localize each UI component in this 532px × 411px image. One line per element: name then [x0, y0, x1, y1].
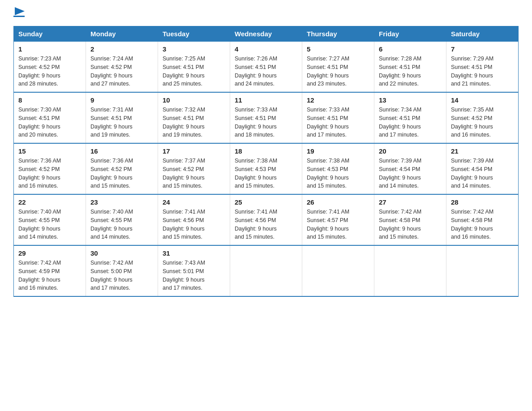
- day-number: 4: [235, 45, 297, 53]
- day-number: 17: [163, 147, 225, 155]
- calendar-day-cell: 4 Sunrise: 7:26 AMSunset: 4:51 PMDayligh…: [230, 42, 302, 93]
- calendar-day-cell: [302, 245, 374, 296]
- day-info: Sunrise: 7:41 AMSunset: 4:56 PMDaylight:…: [163, 208, 225, 241]
- day-info: Sunrise: 7:42 AMSunset: 5:00 PMDaylight:…: [90, 259, 153, 292]
- day-info: Sunrise: 7:40 AMSunset: 4:55 PMDaylight:…: [90, 208, 153, 241]
- day-info: Sunrise: 7:41 AMSunset: 4:57 PMDaylight:…: [307, 208, 369, 241]
- day-number: 20: [379, 147, 442, 155]
- day-info: Sunrise: 7:36 AMSunset: 4:52 PMDaylight:…: [18, 157, 81, 190]
- calendar-week-row: 29 Sunrise: 7:42 AMSunset: 4:59 PMDaylig…: [14, 245, 519, 296]
- day-number: 29: [18, 249, 81, 257]
- day-info: Sunrise: 7:26 AMSunset: 4:51 PMDaylight:…: [235, 55, 297, 88]
- calendar-day-cell: 23 Sunrise: 7:40 AMSunset: 4:55 PMDaylig…: [86, 194, 158, 245]
- calendar-week-row: 15 Sunrise: 7:36 AMSunset: 4:52 PMDaylig…: [14, 143, 519, 194]
- calendar-day-cell: 30 Sunrise: 7:42 AMSunset: 5:00 PMDaylig…: [86, 245, 158, 296]
- calendar-day-cell: 16 Sunrise: 7:36 AMSunset: 4:52 PMDaylig…: [86, 143, 158, 194]
- day-number: 3: [163, 45, 225, 53]
- calendar-week-row: 1 Sunrise: 7:23 AMSunset: 4:52 PMDayligh…: [14, 42, 519, 93]
- day-number: 14: [451, 96, 514, 104]
- header-friday: Friday: [374, 26, 446, 42]
- day-number: 31: [163, 249, 225, 257]
- calendar-day-cell: [230, 245, 302, 296]
- day-number: 22: [18, 198, 81, 206]
- calendar-day-cell: 6 Sunrise: 7:28 AMSunset: 4:51 PMDayligh…: [374, 42, 446, 93]
- day-info: Sunrise: 7:37 AMSunset: 4:52 PMDaylight:…: [163, 157, 225, 190]
- day-info: Sunrise: 7:39 AMSunset: 4:54 PMDaylight:…: [451, 157, 514, 190]
- day-number: 9: [90, 96, 153, 104]
- day-info: Sunrise: 7:42 AMSunset: 4:58 PMDaylight:…: [451, 208, 514, 241]
- day-info: Sunrise: 7:42 AMSunset: 4:58 PMDaylight:…: [379, 208, 442, 241]
- calendar-day-cell: 21 Sunrise: 7:39 AMSunset: 4:54 PMDaylig…: [446, 143, 519, 194]
- day-number: 12: [307, 96, 369, 104]
- page-header: [13, 9, 519, 17]
- day-number: 30: [90, 249, 153, 257]
- day-info: Sunrise: 7:36 AMSunset: 4:52 PMDaylight:…: [90, 157, 153, 190]
- day-info: Sunrise: 7:32 AMSunset: 4:51 PMDaylight:…: [163, 106, 225, 139]
- header-sunday: Sunday: [14, 26, 86, 42]
- calendar-day-cell: 7 Sunrise: 7:29 AMSunset: 4:51 PMDayligh…: [446, 42, 519, 93]
- calendar-day-cell: 10 Sunrise: 7:32 AMSunset: 4:51 PMDaylig…: [158, 92, 230, 143]
- day-info: Sunrise: 7:25 AMSunset: 4:51 PMDaylight:…: [163, 55, 225, 88]
- calendar-day-cell: 15 Sunrise: 7:36 AMSunset: 4:52 PMDaylig…: [14, 143, 86, 194]
- header-monday: Monday: [86, 26, 158, 42]
- day-number: 8: [18, 96, 81, 104]
- day-info: Sunrise: 7:40 AMSunset: 4:55 PMDaylight:…: [18, 208, 81, 241]
- day-number: 25: [235, 198, 297, 206]
- calendar-day-cell: [374, 245, 446, 296]
- day-number: 21: [451, 147, 514, 155]
- day-number: 2: [90, 45, 153, 53]
- calendar-day-cell: 26 Sunrise: 7:41 AMSunset: 4:57 PMDaylig…: [302, 194, 374, 245]
- logo: [13, 9, 25, 17]
- calendar-day-cell: 25 Sunrise: 7:41 AMSunset: 4:56 PMDaylig…: [230, 194, 302, 245]
- day-number: 26: [307, 198, 369, 206]
- calendar-day-cell: 31 Sunrise: 7:43 AMSunset: 5:01 PMDaylig…: [158, 245, 230, 296]
- calendar-table: Sunday Monday Tuesday Wednesday Thursday…: [13, 26, 519, 297]
- day-number: 15: [18, 147, 81, 155]
- day-number: 27: [379, 198, 442, 206]
- day-number: 24: [163, 198, 225, 206]
- calendar-day-cell: 19 Sunrise: 7:38 AMSunset: 4:53 PMDaylig…: [302, 143, 374, 194]
- logo-underline: [13, 16, 25, 17]
- day-number: 11: [235, 96, 297, 104]
- day-number: 5: [307, 45, 369, 53]
- day-number: 6: [379, 45, 442, 53]
- calendar-day-cell: 24 Sunrise: 7:41 AMSunset: 4:56 PMDaylig…: [158, 194, 230, 245]
- day-info: Sunrise: 7:43 AMSunset: 5:01 PMDaylight:…: [163, 259, 225, 292]
- calendar-day-cell: 27 Sunrise: 7:42 AMSunset: 4:58 PMDaylig…: [374, 194, 446, 245]
- calendar-day-cell: 14 Sunrise: 7:35 AMSunset: 4:52 PMDaylig…: [446, 92, 519, 143]
- calendar-day-cell: 9 Sunrise: 7:31 AMSunset: 4:51 PMDayligh…: [86, 92, 158, 143]
- day-info: Sunrise: 7:34 AMSunset: 4:51 PMDaylight:…: [379, 106, 442, 139]
- header-tuesday: Tuesday: [158, 26, 230, 42]
- day-info: Sunrise: 7:27 AMSunset: 4:51 PMDaylight:…: [307, 55, 369, 88]
- calendar-day-cell: [446, 245, 519, 296]
- day-info: Sunrise: 7:23 AMSunset: 4:52 PMDaylight:…: [18, 55, 81, 88]
- day-number: 19: [307, 147, 369, 155]
- calendar-day-cell: 11 Sunrise: 7:33 AMSunset: 4:51 PMDaylig…: [230, 92, 302, 143]
- day-number: 23: [90, 198, 153, 206]
- day-info: Sunrise: 7:33 AMSunset: 4:51 PMDaylight:…: [235, 106, 297, 139]
- day-info: Sunrise: 7:31 AMSunset: 4:51 PMDaylight:…: [90, 106, 153, 139]
- svg-marker-0: [15, 7, 25, 15]
- day-info: Sunrise: 7:38 AMSunset: 4:53 PMDaylight:…: [235, 157, 297, 190]
- day-number: 7: [451, 45, 514, 53]
- calendar-day-cell: 13 Sunrise: 7:34 AMSunset: 4:51 PMDaylig…: [374, 92, 446, 143]
- calendar-day-cell: 8 Sunrise: 7:30 AMSunset: 4:51 PMDayligh…: [14, 92, 86, 143]
- day-info: Sunrise: 7:29 AMSunset: 4:51 PMDaylight:…: [451, 55, 514, 88]
- day-info: Sunrise: 7:35 AMSunset: 4:52 PMDaylight:…: [451, 106, 514, 139]
- calendar-week-row: 8 Sunrise: 7:30 AMSunset: 4:51 PMDayligh…: [14, 92, 519, 143]
- calendar-day-cell: 29 Sunrise: 7:42 AMSunset: 4:59 PMDaylig…: [14, 245, 86, 296]
- calendar-day-cell: 2 Sunrise: 7:24 AMSunset: 4:52 PMDayligh…: [86, 42, 158, 93]
- weekday-header-row: Sunday Monday Tuesday Wednesday Thursday…: [14, 26, 519, 42]
- day-info: Sunrise: 7:41 AMSunset: 4:56 PMDaylight:…: [235, 208, 297, 241]
- day-number: 1: [18, 45, 81, 53]
- header-thursday: Thursday: [302, 26, 374, 42]
- day-info: Sunrise: 7:38 AMSunset: 4:53 PMDaylight:…: [307, 157, 369, 190]
- calendar-day-cell: 28 Sunrise: 7:42 AMSunset: 4:58 PMDaylig…: [446, 194, 519, 245]
- calendar-day-cell: 22 Sunrise: 7:40 AMSunset: 4:55 PMDaylig…: [14, 194, 86, 245]
- day-info: Sunrise: 7:28 AMSunset: 4:51 PMDaylight:…: [379, 55, 442, 88]
- day-info: Sunrise: 7:24 AMSunset: 4:52 PMDaylight:…: [90, 55, 153, 88]
- calendar-day-cell: 12 Sunrise: 7:33 AMSunset: 4:51 PMDaylig…: [302, 92, 374, 143]
- day-number: 13: [379, 96, 442, 104]
- calendar-day-cell: 18 Sunrise: 7:38 AMSunset: 4:53 PMDaylig…: [230, 143, 302, 194]
- day-info: Sunrise: 7:42 AMSunset: 4:59 PMDaylight:…: [18, 259, 81, 292]
